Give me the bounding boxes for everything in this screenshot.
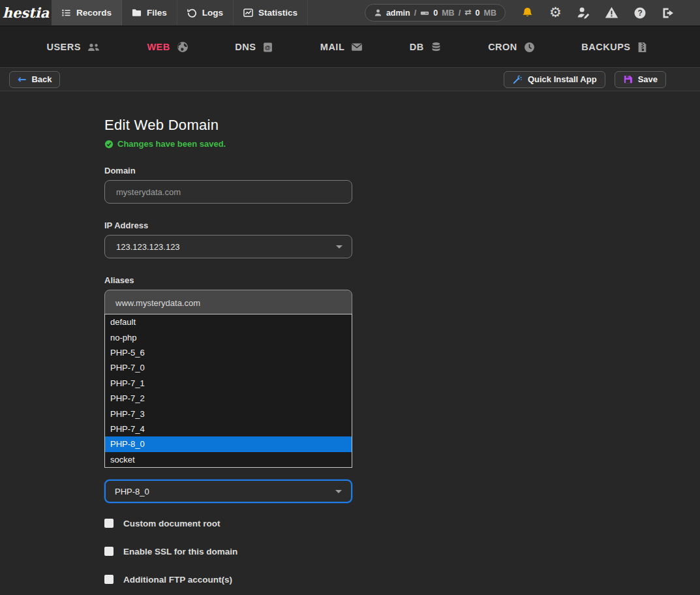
dropdown-option-php-7-0[interactable]: PHP-7_0 xyxy=(105,360,352,375)
save-button[interactable]: Save xyxy=(615,71,666,88)
ip-address-value: 123.123.123.123 xyxy=(116,242,180,252)
page-title: Edit Web Domain xyxy=(104,91,352,134)
toolbar: ← Back Quick Install App Save xyxy=(0,67,700,91)
nav-item-db[interactable]: DB xyxy=(410,42,442,53)
nav-item-cron[interactable]: CRON xyxy=(488,42,535,53)
ip-address-label: IP Address xyxy=(104,221,352,230)
php-version-select[interactable]: PHP-8_0 xyxy=(104,480,352,503)
notifications-bell-icon[interactable] xyxy=(520,5,535,20)
globe-icon xyxy=(177,41,189,53)
domain-label: Domain xyxy=(104,166,352,175)
nav-item-mail[interactable]: MAIL xyxy=(320,42,363,52)
dropdown-option-php-7-4[interactable]: PHP-7_4 xyxy=(105,421,352,436)
custom-document-root-row[interactable]: Custom document root xyxy=(104,518,352,528)
tab-statistics[interactable]: Statistics xyxy=(234,0,308,25)
dropdown-option-default[interactable]: default xyxy=(105,314,352,329)
top-bar: hestia Records Files Logs Statistics xyxy=(0,0,700,27)
back-button[interactable]: ← Back xyxy=(9,71,60,88)
chevron-down-icon xyxy=(336,245,342,249)
hestia-logo[interactable]: hestia xyxy=(0,0,52,25)
separator: / xyxy=(414,8,416,18)
additional-ftp-checkbox[interactable] xyxy=(104,575,114,584)
nav-label: MAIL xyxy=(320,42,344,52)
dropdown-option-php-5-6[interactable]: PHP-5_6 xyxy=(105,345,352,360)
separator: / xyxy=(459,8,461,18)
user-edit-icon[interactable] xyxy=(576,5,591,20)
back-button-label: Back xyxy=(31,74,52,84)
username: admin xyxy=(386,8,410,18)
warning-icon[interactable] xyxy=(604,5,619,20)
bandwidth-unit: MB xyxy=(484,8,496,18)
quick-install-app-button[interactable]: Quick Install App xyxy=(504,71,605,88)
dropdown-option-no-php[interactable]: no-php xyxy=(105,329,352,344)
section-nav: USERS WEB DNS @ MAIL DB CRON BACKUPS xyxy=(0,27,700,67)
tab-label: Files xyxy=(147,8,167,18)
help-icon[interactable]: ? xyxy=(632,5,647,20)
tab-logs[interactable]: Logs xyxy=(177,0,234,25)
disk-unit: MB xyxy=(442,8,454,18)
nav-item-backups[interactable]: BACKUPS xyxy=(581,42,647,53)
enable-ssl-checkbox[interactable] xyxy=(104,547,114,556)
nav-label: WEB xyxy=(147,42,170,52)
logout-icon[interactable] xyxy=(660,5,675,20)
quick-install-app-label: Quick Install App xyxy=(528,74,597,84)
settings-gear-icon[interactable]: ⚙ xyxy=(548,5,563,20)
nav-label: USERS xyxy=(46,42,80,52)
custom-document-root-checkbox[interactable] xyxy=(104,519,114,528)
nav-item-users[interactable]: USERS xyxy=(46,42,100,53)
dropdown-option-php-8-0[interactable]: PHP-8_0 xyxy=(105,436,352,451)
list-check-icon xyxy=(61,8,71,18)
top-icon-group: ⚙ ? xyxy=(506,0,700,25)
chevron-down-icon xyxy=(335,490,342,493)
users-icon xyxy=(87,42,100,53)
disk-usage: 0 xyxy=(433,8,438,18)
chart-icon xyxy=(243,8,253,18)
save-button-label: Save xyxy=(638,74,658,84)
back-arrow-icon: ← xyxy=(18,74,26,85)
check-circle-icon xyxy=(104,140,114,149)
nav-item-dns[interactable]: DNS @ xyxy=(235,42,273,53)
success-alert-text: Changes have been saved. xyxy=(117,139,226,149)
additional-ftp-row[interactable]: Additional FTP account(s) xyxy=(104,574,352,585)
tab-label: Records xyxy=(76,8,112,18)
success-alert: Changes have been saved. xyxy=(104,139,352,149)
magic-wand-icon xyxy=(512,74,523,85)
disk-icon xyxy=(420,8,429,18)
toolbar-right-group: Quick Install App Save xyxy=(504,71,666,88)
nav-label: BACKUPS xyxy=(581,42,630,52)
enable-ssl-row[interactable]: Enable SSL for this domain xyxy=(104,546,352,557)
nav-label: CRON xyxy=(488,42,517,52)
tab-label: Statistics xyxy=(258,8,297,18)
svg-text:@: @ xyxy=(265,44,271,50)
clock-icon xyxy=(524,42,535,53)
hestia-edit-web-domain-page: { "topbar": { "logo_text": "hestia", "ta… xyxy=(0,0,700,595)
nav-label: DNS xyxy=(235,42,256,52)
checkbox-label: Enable SSL for this domain xyxy=(123,547,237,557)
history-icon xyxy=(187,8,197,18)
nav-item-web[interactable]: WEB xyxy=(147,41,188,53)
svg-text:?: ? xyxy=(637,8,642,18)
checkbox-label: Additional FTP account(s) xyxy=(123,575,232,585)
dropdown-option-php-7-3[interactable]: PHP-7_3 xyxy=(105,406,352,421)
user-icon xyxy=(374,8,382,17)
dropdown-option-socket[interactable]: socket xyxy=(105,452,352,467)
dropdown-option-php-7-1[interactable]: PHP-7_1 xyxy=(105,376,352,391)
tab-label: Logs xyxy=(202,8,223,18)
dropdown-option-php-7-2[interactable]: PHP-7_2 xyxy=(105,391,352,406)
nav-label: DB xyxy=(410,42,424,52)
php-version-dropdown-list: default no-php PHP-5_6 PHP-7_0 PHP-7_1 P… xyxy=(104,314,352,468)
bandwidth-usage: 0 xyxy=(476,8,480,18)
ip-address-select[interactable]: 123.123.123.123 xyxy=(104,235,352,258)
dns-icon: @ xyxy=(262,42,273,53)
user-usage-pill[interactable]: admin / 0 MB / ⇄ 0 MB xyxy=(365,4,506,22)
bandwidth-icon: ⇄ xyxy=(464,8,471,17)
tab-files[interactable]: Files xyxy=(122,0,177,25)
tab-records[interactable]: Records xyxy=(52,0,122,25)
mail-icon xyxy=(351,42,363,52)
folder-icon xyxy=(132,8,142,18)
domain-input[interactable] xyxy=(104,180,352,204)
save-floppy-icon xyxy=(623,74,633,84)
aliases-label: Aliases xyxy=(104,275,352,285)
checkbox-label: Custom document root xyxy=(123,519,221,528)
main-content: Edit Web Domain Changes have been saved.… xyxy=(0,91,700,569)
